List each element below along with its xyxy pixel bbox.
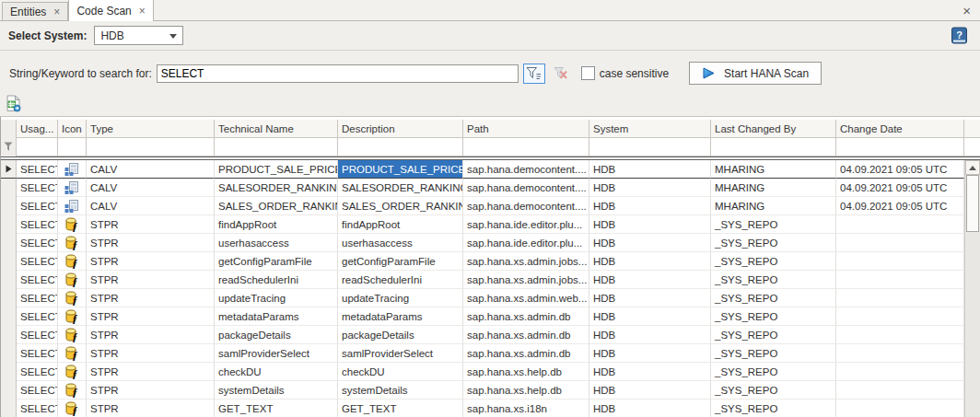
cell-path[interactable]: sap.hana.xs.admin.jobs... [463,271,589,289]
cell-path[interactable]: sap.hana.ide.editor.plu... [463,234,589,252]
cell-technical_name[interactable]: metadataParams [215,307,338,326]
cell-icon[interactable] [58,160,87,179]
cell-description[interactable]: systemDetails [338,381,463,400]
case-sensitive-checkbox[interactable] [581,66,595,80]
cell-type[interactable]: CALV [87,197,215,215]
cell-usage[interactable]: SELECT [17,197,58,215]
column-header-path[interactable]: Path [463,120,589,138]
cell-change_date[interactable] [836,307,964,326]
row-indicator-cell[interactable] [1,400,17,417]
scroll-up-button[interactable] [965,160,980,175]
cell-type[interactable]: STPR [87,215,215,234]
cell-last_changed_by[interactable]: _SYS_REPO [711,326,836,344]
cell-path[interactable]: sap.hana.xs.admin.db [463,344,589,363]
cell-technical_name[interactable]: updateTracing [215,289,338,307]
cell-usage[interactable]: SELECT [17,179,58,197]
cell-description[interactable]: PRODUCT_SALE_PRICE [338,160,463,179]
cell-change_date[interactable]: 04.09.2021 09:05 UTC [836,160,964,179]
search-input[interactable] [157,64,519,83]
cell-icon[interactable] [58,179,87,197]
cell-change_date[interactable] [836,252,964,271]
cell-system[interactable]: HDB [589,307,711,326]
export-excel-button[interactable] [5,95,22,112]
cell-last_changed_by[interactable]: MHARING [711,179,836,197]
cell-usage[interactable]: SELECT [17,160,58,179]
start-hana-scan-button[interactable]: Start HANA Scan [689,62,822,85]
row-indicator-cell[interactable] [1,344,17,363]
cell-type[interactable]: STPR [87,326,215,344]
cell-technical_name[interactable]: checkDU [215,363,338,381]
cell-usage[interactable]: SELECT [17,215,58,234]
row-indicator-cell[interactable] [1,179,17,197]
cell-system[interactable]: HDB [589,381,711,400]
cell-technical_name[interactable]: findAppRoot [215,215,338,234]
cell-technical_name[interactable]: systemDetails [215,381,338,400]
cell-icon[interactable]: ƒ [58,400,87,417]
cell-usage[interactable]: SELECT [17,234,58,252]
cell-type[interactable]: STPR [87,289,215,307]
column-header-usage[interactable]: Usag... [17,120,58,138]
column-header-type[interactable]: Type [87,120,215,138]
cell-usage[interactable]: SELECT [17,252,58,271]
column-header-icon[interactable]: Icon [58,120,87,138]
cell-icon[interactable]: ƒ [58,344,87,363]
cell-last_changed_by[interactable]: MHARING [711,160,836,179]
row-indicator-cell[interactable] [1,271,17,289]
cell-type[interactable]: STPR [87,363,215,381]
row-indicator-cell[interactable] [1,160,17,179]
cell-last_changed_by[interactable]: _SYS_REPO [711,363,836,381]
filter-cell-path[interactable] [463,138,589,156]
column-header-system[interactable]: System [589,120,711,138]
filter-button[interactable] [523,64,545,84]
cell-usage[interactable]: SELECT [17,400,58,417]
cell-technical_name[interactable]: SALESORDER_RANKING... [215,179,338,197]
help-button[interactable]: ? [951,27,968,44]
cell-path[interactable]: sap.hana.democontent.... [463,160,589,179]
tab-entities-close-icon[interactable]: × [53,6,60,17]
cell-icon[interactable]: ƒ [58,363,87,381]
cell-description[interactable]: SALES_ORDER_RANKIN... [338,197,463,215]
filter-cell-icon[interactable] [58,138,87,156]
cell-technical_name[interactable]: getConfigParamFile [215,252,338,271]
filter-cell-description[interactable] [338,138,463,156]
cell-description[interactable]: getConfigParamFile [338,252,463,271]
column-header-description[interactable]: Description [338,120,463,138]
cell-last_changed_by[interactable]: _SYS_REPO [711,289,836,307]
cell-change_date[interactable] [836,363,964,381]
cell-usage[interactable]: SELECT [17,381,58,400]
cell-change_date[interactable] [836,381,964,400]
cell-description[interactable]: SALESORDER_RANKING... [338,179,463,197]
cell-type[interactable]: STPR [87,381,215,400]
filter-cell-technical_name[interactable] [215,138,338,156]
filter-cell-type[interactable] [87,138,215,156]
cell-change_date[interactable] [836,344,964,363]
cell-change_date[interactable] [836,289,964,307]
tab-code-scan[interactable]: Code Scan × [68,0,153,21]
cell-description[interactable]: readSchedulerIni [338,271,463,289]
cell-system[interactable]: HDB [589,234,711,252]
cell-system[interactable]: HDB [589,197,711,215]
cell-path[interactable]: sap.hana.democontent.... [463,179,589,197]
cell-usage[interactable]: SELECT [17,344,58,363]
tab-code-scan-close-icon[interactable]: × [139,6,146,17]
cell-path[interactable]: sap.hana.xs.admin.jobs... [463,252,589,271]
cell-last_changed_by[interactable]: MHARING [711,197,836,215]
cell-last_changed_by[interactable]: _SYS_REPO [711,400,836,417]
cell-icon[interactable]: ƒ [58,326,87,344]
cell-description[interactable]: userhasaccess [338,234,463,252]
cell-icon[interactable]: ƒ [58,215,87,234]
cell-usage[interactable]: SELECT [17,307,58,326]
cell-system[interactable]: HDB [589,160,711,179]
cell-usage[interactable]: SELECT [17,271,58,289]
cell-type[interactable]: STPR [87,234,215,252]
row-indicator-cell[interactable] [1,252,17,271]
cell-system[interactable]: HDB [589,271,711,289]
cell-path[interactable]: sap.hana.xs.admin.db [463,326,589,344]
cell-description[interactable]: GET_TEXT [338,400,463,417]
cell-change_date[interactable] [836,234,964,252]
cell-icon[interactable]: ƒ [58,252,87,271]
cell-technical_name[interactable]: packageDetails [215,326,338,344]
cell-type[interactable]: STPR [87,307,215,326]
cell-system[interactable]: HDB [589,400,711,417]
column-header-change_date[interactable]: Change Date [836,120,964,138]
